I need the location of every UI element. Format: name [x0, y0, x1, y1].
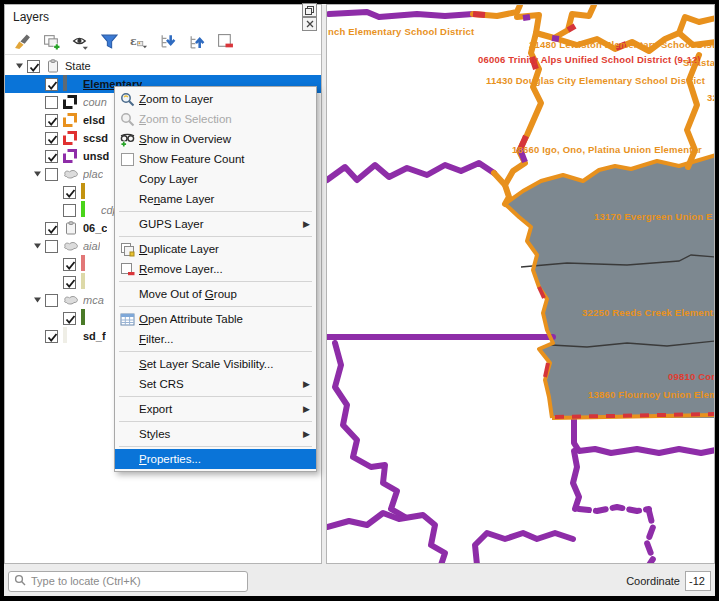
eye-icon: [72, 33, 89, 50]
menu-item-styles[interactable]: Styles▶: [115, 424, 316, 444]
remove-layer-button[interactable]: [214, 31, 236, 53]
float-panel-button[interactable]: [302, 3, 317, 17]
layer-visibility-checkbox[interactable]: [45, 240, 58, 253]
filter-by-expression-button[interactable]: ε: [127, 31, 149, 53]
menu-item-label: Zoom to Layer: [139, 93, 310, 105]
menu-separator: [119, 421, 312, 422]
menu-item-filter[interactable]: Filter...: [115, 329, 316, 349]
locator-placeholder: Type to locate (Ctrl+K): [31, 575, 141, 587]
layer-symbol-swatch: [81, 185, 95, 199]
menu-item-label: Move Out of Group: [139, 288, 310, 300]
menu-item-gups-layer[interactable]: GUPS Layer▶: [115, 214, 316, 234]
submenu-arrow-icon: ▶: [303, 404, 310, 414]
layer-visibility-checkbox[interactable]: [45, 294, 58, 307]
duplicate-icon: [115, 242, 139, 257]
layer-name: scsd: [83, 132, 108, 144]
layer-name: coun: [83, 96, 107, 108]
district-label: nch Elementary School District: [328, 26, 474, 37]
expand-arrow-icon[interactable]: [29, 295, 45, 306]
menu-item-label: Open Attribute Table: [139, 313, 310, 325]
menu-item-set-layer-scale-visibility[interactable]: Set Layer Scale Visibility...: [115, 354, 316, 374]
layer-visibility-checkbox[interactable]: [45, 114, 58, 127]
layer-row-state[interactable]: State: [5, 57, 321, 75]
layer-visibility-checkbox[interactable]: [45, 96, 58, 109]
styling-brush-icon: [14, 33, 31, 50]
menu-item-open-attribute-table[interactable]: Open Attribute Table: [115, 309, 316, 329]
filter-legend-button[interactable]: [98, 31, 120, 53]
menu-item-move-out-of-group[interactable]: Move Out of Group: [115, 284, 316, 304]
district-label: 11430 Douglas City Elementary School Dis…: [486, 75, 705, 86]
layer-visibility-checkbox[interactable]: [45, 132, 58, 145]
layer-name: mca: [83, 294, 104, 306]
expand-arrow-icon[interactable]: [11, 61, 27, 72]
layer-name: aial: [83, 240, 100, 252]
menu-item-show-in-overview[interactable]: Show in Overview: [115, 129, 316, 149]
menu-item-label: Rename Layer: [139, 193, 310, 205]
menu-separator: [119, 236, 312, 237]
expression-epsilon-icon: ε: [130, 33, 147, 50]
map-canvas[interactable]: nch Elementary School District21480 Lewi…: [326, 4, 715, 564]
layer-visibility-checkbox[interactable]: [63, 258, 76, 271]
menu-item-label: Show in Overview: [139, 133, 310, 145]
menu-item-remove-layer[interactable]: Remove Layer...: [115, 259, 316, 279]
menu-item-zoom-to-layer[interactable]: Zoom to Layer: [115, 89, 316, 109]
float-icon: [305, 6, 314, 15]
layer-symbol-swatch: [81, 275, 95, 289]
menu-item-show-feature-count[interactable]: Show Feature Count: [115, 149, 316, 169]
menu-separator: [119, 396, 312, 397]
add-group-button[interactable]: [40, 31, 62, 53]
layer-visibility-checkbox[interactable]: [63, 276, 76, 289]
locator-search[interactable]: Type to locate (Ctrl+K): [8, 571, 248, 592]
layer-visibility-checkbox[interactable]: [45, 168, 58, 181]
collapse-all-icon: [188, 33, 205, 50]
district-label: 13860 Flournoy Union Eleme: [588, 389, 715, 400]
expand-all-button[interactable]: [156, 31, 178, 53]
open-layer-styling-button[interactable]: [11, 31, 33, 53]
layer-symbol-swatch: [63, 131, 77, 145]
layer-visibility-checkbox[interactable]: [45, 78, 58, 91]
layer-visibility-checkbox[interactable]: [45, 330, 58, 343]
menu-item-label: Duplicate Layer: [139, 243, 310, 255]
district-boundaries-graphic: [327, 5, 715, 564]
layer-context-menu: Zoom to LayerZoom to SelectionShow in Ov…: [114, 86, 317, 472]
close-panel-button[interactable]: [302, 17, 317, 31]
expand-arrow-icon[interactable]: [29, 169, 45, 180]
menu-item-label: Properties...: [139, 453, 310, 465]
menu-item-rename-layer[interactable]: Rename Layer: [115, 189, 316, 209]
layer-visibility-checkbox[interactable]: [45, 150, 58, 163]
layer-name: unsd: [83, 150, 109, 162]
status-bar: Type to locate (Ctrl+K) Coordinate -12: [4, 566, 715, 596]
district-label: 09810 Corn: [668, 371, 715, 382]
district-label: 21480 Lewiston Elementary School Distric…: [529, 39, 715, 50]
layer-visibility-checkbox[interactable]: [63, 186, 76, 199]
menu-item-set-crs[interactable]: Set CRS▶: [115, 374, 316, 394]
layers-panel-header: Layers: [5, 5, 321, 29]
layer-symbol-swatch: [63, 149, 77, 163]
layer-symbol-swatch: [81, 257, 95, 271]
menu-item-properties[interactable]: Properties...: [115, 449, 316, 469]
menu-item-zoom-to-selection[interactable]: Zoom to Selection: [115, 109, 316, 129]
layer-name: State: [65, 60, 91, 72]
submenu-arrow-icon: ▶: [303, 379, 310, 389]
collapse-all-button[interactable]: [185, 31, 207, 53]
menu-item-label: GUPS Layer: [139, 218, 303, 230]
district-label: Shasta: [683, 57, 715, 68]
manage-map-themes-button[interactable]: [69, 31, 91, 53]
layer-symbol-swatch: [63, 77, 77, 91]
expand-arrow-icon[interactable]: [29, 241, 45, 252]
layer-visibility-checkbox[interactable]: [63, 204, 76, 217]
menu-item-export[interactable]: Export▶: [115, 399, 316, 419]
coordinate-input[interactable]: -12: [685, 571, 711, 591]
district-label: 13170 Evergreen Union E: [594, 211, 713, 222]
menu-item-copy-layer[interactable]: Copy Layer: [115, 169, 316, 189]
layer-visibility-checkbox[interactable]: [45, 222, 58, 235]
menu-item-duplicate-layer[interactable]: Duplicate Layer: [115, 239, 316, 259]
layer-visibility-checkbox[interactable]: [27, 60, 40, 73]
submenu-arrow-icon: ▶: [303, 429, 310, 439]
layer-name: sd_f: [83, 330, 106, 342]
add-group-icon: [43, 33, 60, 50]
qgis-window: Layers ε StateElementarycounelsdscsdunsd…: [4, 4, 715, 596]
zoom-selection-icon: [115, 112, 139, 127]
layer-visibility-checkbox[interactable]: [63, 312, 76, 325]
search-icon: [14, 572, 26, 590]
